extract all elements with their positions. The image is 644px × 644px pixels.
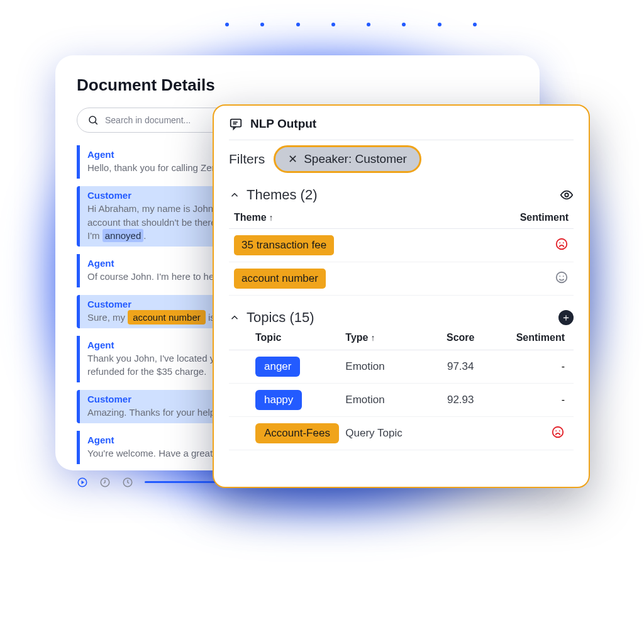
col-theme-header[interactable]: Theme↑ <box>234 212 274 223</box>
theme-chip[interactable]: 35 transaction fee <box>234 235 334 255</box>
svg-point-10 <box>557 239 567 250</box>
chat-icon <box>229 117 243 131</box>
col-type-header[interactable]: Type↑ <box>345 332 429 343</box>
theme-sentiment <box>555 237 569 253</box>
topic-type: Emotion <box>345 360 429 373</box>
topic-sentiment: - <box>492 394 569 406</box>
topic-chip[interactable]: happy <box>255 390 302 410</box>
theme-chip[interactable]: account number <box>234 269 326 289</box>
sad-face-icon <box>551 425 565 439</box>
filter-chip-speaker[interactable]: ✕ Speaker: Customer <box>274 145 421 173</box>
svg-point-15 <box>563 275 564 277</box>
topic-chip[interactable]: anger <box>255 357 300 377</box>
svg-rect-6 <box>231 119 242 127</box>
search-icon <box>87 114 99 126</box>
page-title: Document Details <box>77 75 518 95</box>
search-placeholder: Search in document... <box>105 115 191 125</box>
topic-row[interactable]: Account-FeesQuery Topic <box>229 417 574 450</box>
svg-point-14 <box>559 275 560 277</box>
themes-title: Themes (2) <box>247 187 317 203</box>
svg-point-9 <box>565 193 569 197</box>
topic-sentiment <box>492 425 569 441</box>
topic-type: Query Topic <box>345 427 429 440</box>
col-score-header: Score <box>429 332 492 343</box>
svg-point-12 <box>563 242 564 243</box>
theme-row[interactable]: account number <box>229 262 574 296</box>
topics-title: Topics (15) <box>247 309 314 326</box>
sort-asc-icon: ↑ <box>370 333 375 343</box>
highlighted-term: account number <box>128 310 206 325</box>
neutral-face-icon <box>555 270 569 284</box>
rewind-icon[interactable] <box>99 477 111 488</box>
themes-section: Themes (2) Theme↑ Sentiment 35 transacti… <box>229 187 574 296</box>
themes-toggle[interactable]: Themes (2) <box>229 187 317 203</box>
filters-label: Filters <box>229 152 265 167</box>
sort-asc-icon: ↑ <box>269 213 274 223</box>
skip-icon[interactable] <box>122 477 133 488</box>
filter-chip-text: Speaker: Customer <box>304 152 407 166</box>
nlp-output-card: NLP Output Filters ✕ Speaker: Customer T… <box>213 104 590 488</box>
add-topic-button[interactable]: ＋ <box>558 310 574 325</box>
close-icon[interactable]: ✕ <box>288 152 297 166</box>
eye-icon[interactable] <box>560 188 574 202</box>
topic-score: 97.34 <box>429 360 492 373</box>
svg-point-13 <box>557 272 567 283</box>
topics-toggle[interactable]: Topics (15) <box>229 309 314 326</box>
play-icon[interactable] <box>77 477 88 488</box>
chevron-up-icon <box>229 189 240 201</box>
highlighted-term: annoyed <box>103 229 144 242</box>
topic-type: Emotion <box>345 394 429 406</box>
svg-point-17 <box>555 430 557 431</box>
no-sentiment: - <box>562 361 565 372</box>
no-sentiment: - <box>562 394 565 405</box>
svg-point-0 <box>89 116 96 123</box>
sad-face-icon <box>555 237 569 251</box>
svg-point-11 <box>559 242 560 243</box>
svg-point-18 <box>559 430 560 431</box>
topic-score: 92.93 <box>429 394 492 406</box>
svg-line-1 <box>95 122 97 124</box>
svg-marker-3 <box>82 480 85 484</box>
col-sentiment-header: Sentiment <box>492 332 569 343</box>
svg-point-16 <box>553 427 564 438</box>
topic-row[interactable]: angerEmotion97.34- <box>229 350 574 384</box>
theme-row[interactable]: 35 transaction fee <box>229 229 574 262</box>
theme-sentiment <box>555 270 569 287</box>
topic-sentiment: - <box>492 361 569 372</box>
decorative-dots <box>225 23 477 26</box>
topic-chip[interactable]: Account-Fees <box>255 423 339 443</box>
topic-row[interactable]: happyEmotion92.93- <box>229 384 574 417</box>
chevron-up-icon <box>229 312 240 323</box>
col-topic-header: Topic <box>234 332 345 343</box>
topics-section: Topics (15) ＋ Topic Type↑ Score Sentimen… <box>229 309 574 450</box>
col-sentiment-header: Sentiment <box>520 212 569 223</box>
nlp-title: NLP Output <box>250 117 316 131</box>
